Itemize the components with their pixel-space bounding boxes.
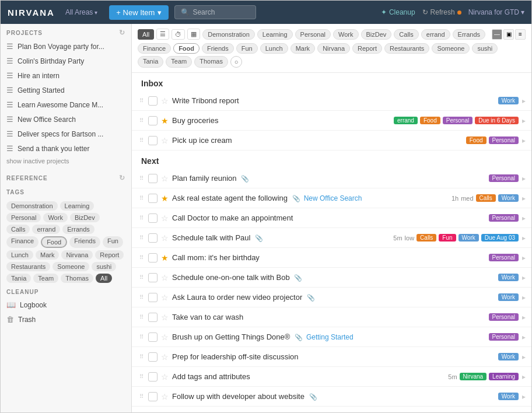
task-checkbox[interactable]: [148, 372, 158, 382]
task-star[interactable]: ☆: [161, 352, 169, 362]
tag-nirvana[interactable]: Nirvana: [61, 250, 93, 260]
drag-handle[interactable]: ⠿: [138, 314, 145, 320]
filter-tag-errands[interactable]: Errands: [453, 29, 486, 40]
tag-bizdev[interactable]: BizDev: [70, 213, 100, 222]
tag-thomas[interactable]: Thomas: [61, 274, 93, 283]
filter-tag-restaurants[interactable]: Restaurants: [384, 43, 429, 54]
tag-personal[interactable]: Personal: [6, 213, 41, 222]
expand-icon[interactable]: ▸: [522, 234, 526, 242]
task-star[interactable]: ☆: [161, 313, 169, 322]
tag-calls[interactable]: Calls: [6, 225, 30, 234]
drag-handle[interactable]: ⠿: [138, 235, 145, 241]
expand-icon[interactable]: ▸: [522, 136, 526, 145]
filter-tag-friends[interactable]: Friends: [202, 43, 234, 54]
tag-learning[interactable]: Learning: [60, 201, 94, 211]
filter-tag-bizdev[interactable]: BizDev: [361, 29, 392, 40]
expand-icon[interactable]: ▸: [522, 254, 526, 262]
tag-restaurants[interactable]: Restaurants: [6, 262, 50, 271]
sidebar-item-trash[interactable]: 🗑 Trash: [1, 312, 131, 327]
sidebar-item-getting-started[interactable]: ☰ Getting Started: [1, 83, 131, 97]
filter-chart-icon-button[interactable]: ▦: [187, 29, 200, 40]
search-box[interactable]: 🔍 Search: [174, 5, 256, 19]
task-star[interactable]: ☆: [161, 332, 169, 342]
filter-tag-personal[interactable]: Personal: [295, 29, 331, 40]
expand-icon[interactable]: ▸: [522, 393, 526, 401]
task-checkbox[interactable]: [148, 253, 158, 262]
drag-handle[interactable]: ⠿: [138, 393, 145, 400]
sidebar-item-colins-birthday[interactable]: ☰ Colin's Birthday Party: [1, 54, 131, 68]
expand-icon[interactable]: ▸: [522, 174, 526, 183]
filter-tag-lunch[interactable]: Lunch: [260, 43, 288, 54]
task-checkbox[interactable]: [148, 352, 158, 362]
filter-tag-demonstration[interactable]: Demonstration: [202, 29, 255, 40]
tag-friends[interactable]: Friends: [69, 236, 100, 248]
tag-demonstration[interactable]: Demonstration: [6, 201, 58, 211]
tag-tania[interactable]: Tania: [6, 274, 31, 283]
filter-tag-mark[interactable]: Mark: [290, 43, 315, 54]
content-scroll[interactable]: Inbox ⠿ ☆ Write Tribond report Work ▸ ⠿: [132, 73, 531, 412]
sidebar-refresh-icon-ref[interactable]: ↻: [119, 174, 125, 182]
show-inactive-link[interactable]: show inactive projects: [1, 156, 131, 169]
tag-fun[interactable]: Fun: [103, 236, 123, 248]
filter-tag-report[interactable]: Report: [352, 43, 382, 54]
drag-handle[interactable]: ⠿: [138, 334, 145, 340]
filter-tag-work[interactable]: Work: [333, 29, 358, 40]
task-star[interactable]: ☆: [161, 372, 169, 382]
filter-tag-fun[interactable]: Fun: [236, 43, 258, 54]
task-star[interactable]: ★: [161, 194, 169, 203]
filter-tag-circle[interactable]: ○: [230, 56, 242, 68]
expand-icon[interactable]: ▸: [522, 97, 526, 105]
tag-all[interactable]: All: [96, 274, 112, 283]
sidebar-item-thank-you[interactable]: ☰ Send a thank you letter: [1, 141, 131, 156]
task-star[interactable]: ☆: [161, 273, 169, 282]
new-item-button[interactable]: + New Item ▾: [109, 5, 169, 20]
task-star[interactable]: ☆: [161, 96, 169, 106]
tag-finance[interactable]: Finance: [6, 236, 38, 248]
task-checkbox[interactable]: [148, 116, 158, 125]
expand-icon[interactable]: ▸: [522, 313, 526, 321]
task-checkbox[interactable]: [148, 136, 158, 145]
filter-tag-errand[interactable]: errand: [421, 29, 450, 40]
drag-handle[interactable]: ⠿: [138, 373, 145, 380]
all-areas-button[interactable]: All Areas ▾: [65, 8, 97, 16]
sidebar-item-new-office[interactable]: ☰ New Office Search: [1, 112, 131, 127]
task-checkbox[interactable]: [148, 313, 158, 322]
task-star[interactable]: ★: [161, 253, 169, 262]
task-checkbox[interactable]: [148, 174, 158, 183]
tag-mark[interactable]: Mark: [36, 250, 59, 260]
filter-tag-thomas[interactable]: Thomas: [194, 56, 228, 68]
drag-handle[interactable]: ⠿: [138, 97, 145, 104]
task-checkbox[interactable]: [148, 214, 158, 223]
drag-handle[interactable]: ⠿: [138, 215, 145, 221]
filter-tag-calls[interactable]: Calls: [394, 29, 418, 40]
expand-icon[interactable]: ▸: [522, 214, 526, 222]
filter-tag-tania[interactable]: Tania: [138, 56, 163, 68]
tag-errands[interactable]: Errands: [62, 225, 94, 234]
task-star[interactable]: ★: [161, 116, 169, 125]
task-star[interactable]: ☆: [161, 392, 169, 401]
filter-tag-nirvana[interactable]: Nirvana: [317, 43, 350, 54]
filter-tag-someone[interactable]: Someone: [432, 43, 470, 54]
drag-handle[interactable]: ⠿: [138, 354, 145, 360]
filter-all-button[interactable]: All: [138, 29, 154, 40]
filter-tag-sushi[interactable]: sushi: [472, 43, 498, 54]
task-checkbox[interactable]: [148, 293, 158, 302]
drag-handle[interactable]: ⠿: [138, 294, 145, 300]
task-checkbox[interactable]: [148, 392, 158, 401]
task-star[interactable]: ☆: [161, 174, 169, 183]
task-checkbox[interactable]: [148, 233, 158, 243]
expand-icon[interactable]: ▸: [522, 353, 526, 361]
cleanup-button[interactable]: ✦ Cleanup: [381, 8, 415, 16]
filter-option-1[interactable]: —: [492, 29, 502, 40]
expand-icon[interactable]: ▸: [522, 373, 526, 381]
expand-icon[interactable]: ▸: [522, 274, 526, 282]
drag-handle[interactable]: ⠿: [138, 117, 145, 124]
drag-handle[interactable]: ⠿: [138, 274, 145, 281]
task-checkbox[interactable]: [148, 96, 158, 106]
drag-handle[interactable]: ⠿: [138, 254, 145, 261]
filter-list-icon-button[interactable]: ☰: [156, 29, 169, 40]
filter-option-3[interactable]: ≡: [515, 29, 526, 40]
filter-tag-team[interactable]: Team: [166, 56, 192, 68]
task-star[interactable]: ☆: [161, 136, 169, 145]
drag-handle[interactable]: ⠿: [138, 175, 145, 181]
